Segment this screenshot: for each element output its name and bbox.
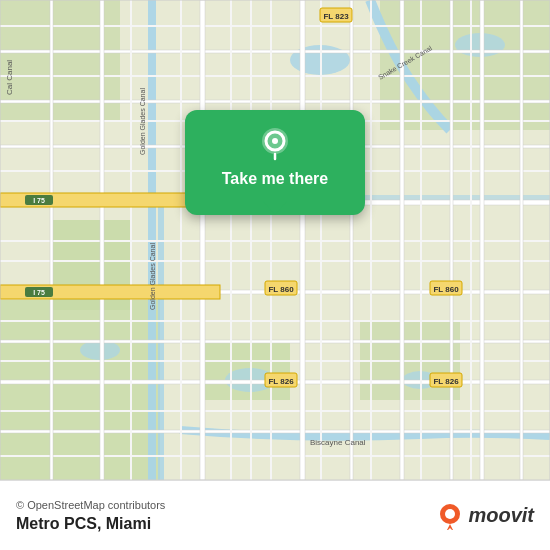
location-name: Metro PCS, Miami (16, 515, 165, 533)
svg-rect-49 (230, 0, 232, 480)
tooltip-arrow (263, 201, 287, 215)
svg-text:FL 860: FL 860 (433, 285, 459, 294)
attribution-text: © OpenStreetMap contributors (16, 499, 165, 511)
svg-rect-34 (300, 0, 305, 480)
svg-rect-43 (180, 0, 182, 480)
svg-rect-40 (450, 0, 453, 480)
svg-rect-33 (200, 0, 205, 480)
svg-rect-48 (470, 0, 472, 480)
svg-rect-22 (0, 430, 550, 433)
svg-rect-26 (0, 360, 550, 362)
svg-rect-35 (400, 0, 404, 480)
moovit-text: moovit (468, 504, 534, 527)
svg-rect-25 (0, 320, 550, 322)
take-me-there-button[interactable]: Take me there (185, 110, 365, 215)
svg-point-75 (272, 138, 278, 144)
svg-rect-50 (270, 0, 272, 480)
svg-text:FL 860: FL 860 (268, 285, 294, 294)
svg-text:I 75: I 75 (33, 197, 45, 204)
svg-rect-28 (0, 455, 550, 457)
svg-text:FL 823: FL 823 (323, 12, 349, 21)
svg-rect-20 (0, 50, 550, 53)
svg-text:Cal Canal: Cal Canal (5, 60, 14, 95)
svg-rect-42 (250, 0, 252, 480)
location-pin-icon (257, 126, 293, 162)
svg-text:Golden Glades Canal: Golden Glades Canal (149, 243, 156, 310)
svg-rect-31 (0, 75, 550, 77)
svg-text:FL 826: FL 826 (268, 377, 294, 386)
svg-rect-44 (130, 0, 132, 480)
svg-rect-38 (50, 0, 53, 480)
svg-rect-36 (480, 0, 484, 480)
svg-rect-45 (320, 0, 322, 480)
svg-rect-47 (420, 0, 422, 480)
map-container: I 75 I 75 FL 823 FL 860 FL 860 FL 826 FL… (0, 0, 550, 480)
tooltip-label: Take me there (222, 170, 328, 188)
svg-rect-37 (100, 0, 104, 480)
moovit-logo: moovit (436, 502, 534, 530)
svg-rect-19 (0, 100, 550, 103)
svg-rect-41 (520, 0, 523, 480)
svg-rect-32 (0, 25, 550, 27)
bottom-bar: © OpenStreetMap contributors Metro PCS, … (0, 480, 550, 550)
svg-point-77 (445, 509, 455, 519)
svg-text:I 75: I 75 (33, 289, 45, 296)
svg-rect-46 (370, 0, 372, 480)
svg-text:Biscayne Canal: Biscayne Canal (310, 438, 366, 447)
svg-rect-21 (0, 340, 550, 343)
moovit-pin-icon (436, 502, 464, 530)
svg-text:FL 826: FL 826 (433, 377, 459, 386)
bottom-left-info: © OpenStreetMap contributors Metro PCS, … (16, 499, 165, 533)
svg-text:Golden Glades Canal: Golden Glades Canal (139, 88, 146, 155)
svg-rect-3 (0, 300, 160, 480)
svg-rect-27 (0, 410, 550, 412)
svg-rect-39 (350, 0, 353, 480)
svg-rect-24 (0, 260, 550, 262)
svg-rect-23 (0, 240, 550, 242)
